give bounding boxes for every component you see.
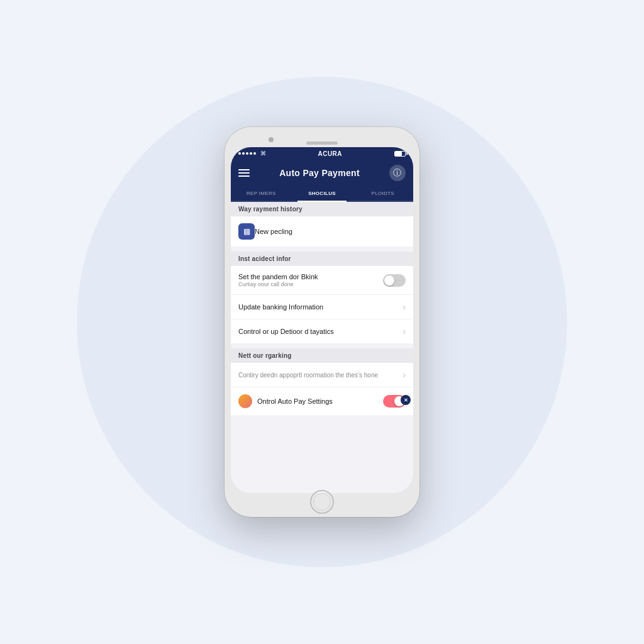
control-up-title: Control or up Detioor d tayatics bbox=[238, 328, 402, 335]
signal-dot-3 bbox=[246, 152, 248, 155]
tab-repimers-label: REP IMERS bbox=[247, 191, 276, 196]
notifications-button[interactable]: ⓘ bbox=[389, 165, 406, 181]
hamburger-line-1 bbox=[238, 169, 250, 170]
bank-toggle-text: Set the pandem dor Bkink Curtiay oour ca… bbox=[238, 273, 383, 287]
tab-ploidts-label: PLOIDTS bbox=[372, 191, 394, 196]
tab-ploidts[interactable]: PLOIDTS bbox=[352, 186, 413, 201]
phone-top-bar bbox=[231, 133, 413, 147]
bottom-padding bbox=[231, 415, 413, 425]
section-header-marking: Nett our rgarking bbox=[231, 348, 413, 363]
account-info-list: Set the pandem dor Bkink Curtiay oour ca… bbox=[231, 266, 413, 343]
country-deed-text: Contiry deedn appoprtl roormation the th… bbox=[238, 372, 402, 379]
list-item-auto-pay[interactable]: Ontrol Auto Pay Settings ✕ bbox=[231, 387, 413, 415]
auto-pay-toggle-wrapper: ✕ bbox=[383, 395, 406, 408]
hamburger-line-3 bbox=[238, 175, 250, 177]
signal-dot-1 bbox=[238, 152, 241, 155]
section-header-payment-history: Way rayment history bbox=[231, 202, 413, 216]
auto-pay-title: Ontrol Auto Pay Settings bbox=[257, 397, 383, 405]
page-title: Auto Pay Payment bbox=[279, 168, 360, 178]
tabs-bar: REP IMERS SHOCILUS PLOIDTS bbox=[231, 186, 413, 202]
list-item-update-banking[interactable]: Update banking Information › bbox=[231, 295, 413, 319]
toggle-close-icon[interactable]: ✕ bbox=[401, 395, 411, 405]
signal-dot-5 bbox=[253, 152, 256, 155]
payment-history-list: ▩ New pecling bbox=[231, 216, 413, 247]
country-deed-title: Contiry deedn appoprtl roormation the th… bbox=[238, 372, 402, 379]
avatar-icon bbox=[238, 394, 252, 408]
home-button[interactable] bbox=[310, 490, 334, 514]
signal-dot-4 bbox=[250, 152, 252, 155]
chevron-right-icon-3: › bbox=[402, 370, 406, 380]
bell-icon: ⓘ bbox=[393, 167, 401, 179]
bar-chart-icon: ▩ bbox=[243, 227, 250, 236]
marking-list: Contiry deedn appoprtl roormation the th… bbox=[231, 363, 413, 415]
app-header: Auto Pay Payment ⓘ bbox=[231, 160, 413, 186]
new-pending-text: New pecling bbox=[255, 228, 406, 235]
chart-icon: ▩ bbox=[238, 223, 255, 240]
update-banking-title: Update banking Information bbox=[238, 303, 402, 311]
signal-dot-2 bbox=[242, 152, 245, 155]
list-item-new-pending[interactable]: ▩ New pecling bbox=[231, 216, 413, 247]
carrier-name: ACURA bbox=[318, 150, 342, 157]
section-header-account-info: Inst acidect infor bbox=[231, 252, 413, 266]
phone-screen: ⌘ ACURA Auto Pay Payment bbox=[231, 147, 413, 493]
chevron-right-icon-2: › bbox=[402, 326, 406, 336]
toggle-knob bbox=[384, 275, 394, 286]
battery-indicator bbox=[394, 151, 406, 157]
auto-pay-text: Ontrol Auto Pay Settings bbox=[257, 397, 383, 405]
status-signal: ⌘ bbox=[238, 150, 266, 157]
tab-shocilus-label: SHOCILUS bbox=[308, 191, 336, 196]
list-item-country-deed[interactable]: Contiry deedn appoprtl roormation the th… bbox=[231, 363, 413, 387]
new-pending-title: New pecling bbox=[255, 228, 406, 235]
control-up-text: Control or up Detioor d tayatics bbox=[238, 328, 402, 335]
menu-button[interactable] bbox=[238, 169, 250, 177]
section-gap-2 bbox=[231, 343, 413, 348]
tab-repimers[interactable]: REP IMERS bbox=[231, 186, 292, 201]
phone-camera bbox=[269, 137, 274, 142]
list-item-bank-toggle[interactable]: Set the pandem dor Bkink Curtiay oour ca… bbox=[231, 266, 413, 295]
tab-shocilus[interactable]: SHOCILUS bbox=[292, 186, 353, 201]
update-banking-text: Update banking Information bbox=[238, 303, 402, 311]
wifi-icon: ⌘ bbox=[260, 150, 266, 157]
bank-toggle-switch[interactable] bbox=[383, 274, 406, 287]
section-gap-1 bbox=[231, 247, 413, 252]
phone-bottom bbox=[231, 493, 413, 511]
bank-toggle-title: Set the pandem dor Bkink bbox=[238, 273, 383, 280]
phone-device: ⌘ ACURA Auto Pay Payment bbox=[225, 127, 419, 517]
screen-content: Way rayment history ▩ New pecling bbox=[231, 202, 413, 493]
battery-fill bbox=[395, 152, 402, 156]
phone-speaker bbox=[306, 142, 338, 145]
list-item-control-up[interactable]: Control or up Detioor d tayatics › bbox=[231, 319, 413, 343]
chevron-right-icon: › bbox=[402, 302, 406, 312]
phone-mockup: ⌘ ACURA Auto Pay Payment bbox=[225, 127, 419, 517]
status-bar: ⌘ ACURA bbox=[231, 147, 413, 160]
home-button-inner bbox=[313, 493, 331, 511]
page-background: ⌘ ACURA Auto Pay Payment bbox=[0, 0, 644, 644]
hamburger-line-2 bbox=[238, 172, 250, 174]
bank-toggle-subtitle: Curtiay oour call done bbox=[238, 281, 383, 287]
